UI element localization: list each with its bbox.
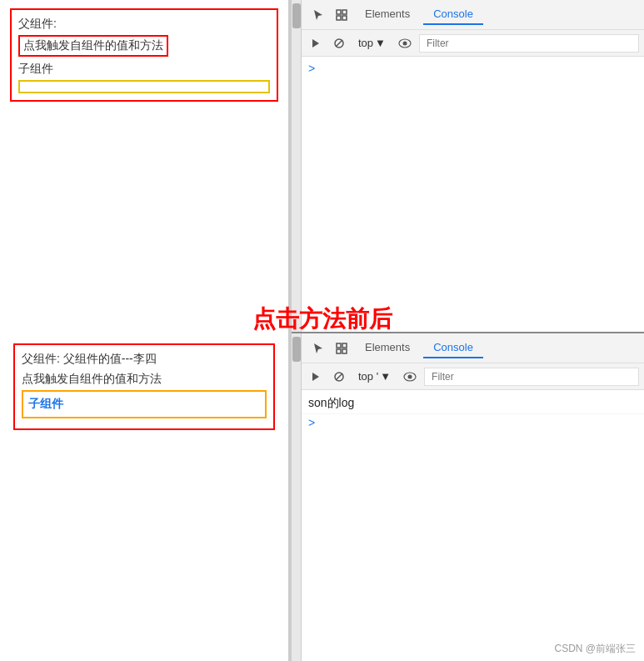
bottom-child-label: 子组件 <box>28 397 260 412</box>
chevron-down-icon: ▼ <box>375 37 386 49</box>
bottom-devtools-toolbar: top ' ▼ <box>302 363 644 390</box>
bottom-console-tab[interactable]: Console <box>423 338 483 358</box>
top-play-btn[interactable] <box>307 34 325 53</box>
bottom-play-btn[interactable] <box>307 368 325 386</box>
top-devtools-pane: Elements Console top ▼ <box>302 0 644 332</box>
svg-line-15 <box>336 373 342 380</box>
top-filter-input[interactable] <box>419 34 639 53</box>
bottom-browser-pane: 父组件: 父组件的值---李四 点我触发自组件的值和方法 子组件 <box>0 333 292 661</box>
top-devtools-tabs: Elements Console <box>302 0 644 30</box>
top-outer-red-box: 父组件: 点我触发自组件的值和方法 子组件 <box>10 8 278 102</box>
bottom-top-dropdown[interactable]: top ' ▼ <box>353 368 396 384</box>
bottom-log-line: son的log <box>302 393 644 414</box>
svg-rect-12 <box>342 349 347 353</box>
svg-rect-3 <box>342 16 347 20</box>
top-child-label: 子组件 <box>18 62 270 77</box>
bottom-inspect-icon[interactable] <box>332 338 352 358</box>
top-eye-btn[interactable] <box>396 34 414 53</box>
svg-line-6 <box>336 40 342 47</box>
cursor-icon[interactable] <box>308 5 328 25</box>
svg-marker-4 <box>312 39 319 48</box>
bottom-filter-input[interactable] <box>424 368 639 386</box>
bottom-scroll-indicator[interactable] <box>292 333 302 661</box>
bottom-chevron-down-icon: ▼ <box>380 370 391 383</box>
main-container: 父组件: 点我触发自组件的值和方法 子组件 <box>0 0 644 661</box>
top-console-content: > <box>302 57 644 332</box>
top-devtools-toolbar: top ▼ <box>302 30 644 57</box>
top-console-prompt[interactable]: > <box>302 60 644 77</box>
top-component-area: 父组件: 点我触发自组件的值和方法 子组件 <box>10 8 278 102</box>
top-scroll-indicator[interactable] <box>292 0 302 332</box>
bottom-scroll-thumb[interactable] <box>292 337 301 362</box>
bottom-elements-tab[interactable]: Elements <box>355 338 420 358</box>
bottom-half: 父组件: 父组件的值---李四 点我触发自组件的值和方法 子组件 <box>0 333 644 661</box>
bottom-console-prompt[interactable]: > <box>302 414 644 431</box>
bottom-click-button[interactable]: 点我触发自组件的值和方法 <box>22 372 267 387</box>
watermark: CSDN @前端张三 <box>554 642 636 656</box>
svg-rect-2 <box>337 16 341 20</box>
bottom-browser-content: 父组件: 父组件的值---李四 点我触发自组件的值和方法 子组件 <box>0 333 288 440</box>
top-scroll-thumb[interactable] <box>292 3 301 28</box>
svg-rect-9 <box>337 343 341 348</box>
top-browser-pane: 父组件: 点我触发自组件的值和方法 子组件 <box>0 0 292 333</box>
bottom-parent-label: 父组件: 父组件的值---李四 <box>22 352 267 367</box>
top-inner-yellow-box <box>18 80 270 93</box>
bottom-eye-btn[interactable] <box>401 368 419 386</box>
top-elements-tab[interactable]: Elements <box>355 4 420 25</box>
bottom-block-btn[interactable] <box>330 368 348 386</box>
top-block-btn[interactable] <box>330 34 348 53</box>
top-half: 父组件: 点我触发自组件的值和方法 子组件 <box>0 0 644 333</box>
top-console-tab[interactable]: Console <box>423 4 483 25</box>
svg-rect-0 <box>337 10 341 14</box>
bottom-devtools-pane: Elements Console top ' ▼ <box>302 333 644 661</box>
svg-rect-10 <box>342 343 347 348</box>
svg-rect-1 <box>342 10 347 14</box>
svg-marker-13 <box>312 373 319 381</box>
svg-point-8 <box>402 41 407 45</box>
top-parent-label: 父组件: <box>18 17 270 32</box>
top-top-dropdown[interactable]: top ▼ <box>353 35 391 51</box>
bottom-outer-red-box: 父组件: 父组件的值---李四 点我触发自组件的值和方法 子组件 <box>13 343 275 430</box>
top-click-button[interactable]: 点我触发自组件的值和方法 <box>18 35 168 57</box>
bottom-devtools-tabs: Elements Console <box>302 333 644 363</box>
svg-rect-11 <box>337 349 341 353</box>
svg-point-17 <box>408 374 412 378</box>
bottom-cursor-icon[interactable] <box>308 338 328 358</box>
bottom-console-content: son的log > <box>302 390 644 661</box>
bottom-child-box: 子组件 <box>22 390 267 418</box>
inspect-icon[interactable] <box>332 5 352 25</box>
